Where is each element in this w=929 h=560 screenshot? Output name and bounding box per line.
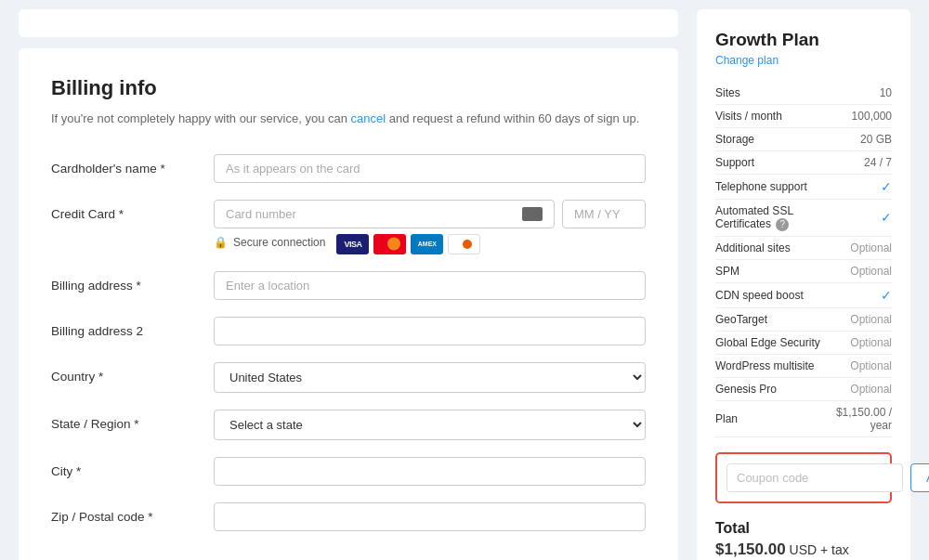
feature-value: 100,000 bbox=[825, 105, 892, 128]
total-section: Total $1,150.00 USD + tax bbox=[715, 520, 892, 559]
feature-value: Optional bbox=[825, 354, 892, 377]
city-row: City * bbox=[51, 457, 646, 486]
cc-number-wrapper[interactable]: Card number bbox=[214, 200, 555, 228]
cardholder-label: Cardholder's name * bbox=[51, 154, 214, 176]
cancel-link[interactable]: cancel bbox=[351, 111, 386, 125]
svg-point-1 bbox=[387, 238, 400, 251]
feature-value: Optional bbox=[825, 236, 892, 259]
change-plan-link[interactable]: Change plan bbox=[715, 54, 892, 67]
apply-button[interactable]: Apply bbox=[910, 463, 929, 492]
coupon-input[interactable] bbox=[726, 463, 903, 492]
feature-row: Sites 10 bbox=[715, 82, 892, 105]
billing-address2-field bbox=[214, 317, 646, 345]
billing-address-row: Billing address * bbox=[51, 271, 646, 300]
billing-address-input[interactable] bbox=[214, 271, 646, 300]
feature-label: Automated SSL Certificates ? bbox=[715, 200, 825, 237]
optional-label: Optional bbox=[850, 359, 892, 372]
billing-address-label: Billing address * bbox=[51, 271, 214, 293]
feature-row: Visits / month 100,000 bbox=[715, 105, 892, 128]
zip-row: Zip / Postal code * bbox=[51, 502, 646, 531]
billing-address2-row: Billing address 2 bbox=[51, 317, 646, 345]
zip-field bbox=[214, 502, 646, 531]
billing-address2-label: Billing address 2 bbox=[51, 317, 214, 338]
feature-label: Global Edge Security bbox=[715, 331, 825, 354]
feature-label: Genesis Pro bbox=[715, 377, 825, 400]
secure-text: Secure connection bbox=[233, 236, 325, 249]
lock-icon: 🔒 bbox=[214, 236, 228, 249]
feature-value: Optional bbox=[825, 377, 892, 400]
feature-label: Plan bbox=[715, 400, 825, 436]
feature-value: Optional bbox=[825, 331, 892, 354]
feature-label: Storage bbox=[715, 128, 825, 151]
coupon-section: Apply bbox=[715, 452, 892, 503]
zip-label: Zip / Postal code * bbox=[51, 502, 214, 524]
feature-value: 20 GB bbox=[825, 128, 892, 151]
zip-input[interactable] bbox=[214, 502, 646, 531]
total-price: $1,150.00 bbox=[715, 540, 786, 558]
feature-value: 24 / 7 bbox=[825, 151, 892, 175]
city-field bbox=[214, 457, 646, 486]
feature-value: Optional bbox=[825, 259, 892, 282]
country-row: Country * United States United Kingdom C… bbox=[51, 362, 646, 393]
page-wrapper: Billing info If you're not completely ha… bbox=[0, 0, 929, 560]
info-icon[interactable]: ? bbox=[776, 218, 789, 231]
state-select[interactable]: Select a state Alabama Alaska Arizona Ca… bbox=[214, 410, 646, 440]
total-amount: $1,150.00 USD + tax bbox=[715, 540, 892, 559]
checkmark-icon: ✓ bbox=[881, 210, 892, 225]
card-logos: VISA AMEX bbox=[336, 234, 480, 254]
state-field: Select a state Alabama Alaska Arizona Ca… bbox=[214, 410, 646, 440]
feature-label: CDN speed boost bbox=[715, 282, 825, 307]
checkmark-icon: ✓ bbox=[881, 288, 892, 303]
city-label: City * bbox=[51, 457, 214, 478]
billing-address-field bbox=[214, 271, 646, 300]
feature-label: Visits / month bbox=[715, 105, 825, 128]
country-select[interactable]: United States United Kingdom Canada Aust… bbox=[214, 362, 646, 393]
billing-card: Billing info If you're not completely ha… bbox=[19, 48, 678, 560]
credit-card-row: Credit Card * Card number 🔒 Secure conne… bbox=[51, 200, 646, 254]
feature-row: Telephone support ✓ bbox=[715, 175, 892, 200]
feature-row: WordPress multisite Optional bbox=[715, 354, 892, 377]
billing-subtitle: If you're not completely happy with our … bbox=[51, 110, 646, 128]
feature-value: 10 bbox=[825, 82, 892, 105]
secure-line: 🔒 Secure connection bbox=[214, 236, 325, 249]
country-field: United States United Kingdom Canada Aust… bbox=[214, 362, 646, 393]
feature-label: GeoTarget bbox=[715, 307, 825, 331]
billing-address2-input[interactable] bbox=[214, 317, 646, 345]
feature-row: Storage 20 GB bbox=[715, 128, 892, 151]
credit-card-inputs: Card number bbox=[214, 200, 646, 228]
feature-row: Genesis Pro Optional bbox=[715, 377, 892, 400]
feature-row: Plan $1,150.00 / year bbox=[715, 400, 892, 436]
feature-row: CDN speed boost ✓ bbox=[715, 282, 892, 307]
top-stub-card bbox=[19, 9, 678, 37]
cardholder-row: Cardholder's name * bbox=[51, 154, 646, 183]
cardholder-input[interactable] bbox=[214, 154, 646, 183]
checkmark-icon: ✓ bbox=[881, 179, 892, 194]
feature-label: Additional sites bbox=[715, 236, 825, 259]
optional-label: Optional bbox=[850, 265, 892, 278]
optional-label: Optional bbox=[850, 336, 892, 349]
optional-label: Optional bbox=[850, 383, 892, 396]
feature-row: Automated SSL Certificates ? ✓ bbox=[715, 200, 892, 237]
feature-value: $1,150.00 / year bbox=[825, 400, 892, 436]
total-tax: + tax bbox=[820, 542, 849, 557]
credit-card-label: Credit Card * bbox=[51, 200, 214, 221]
feature-row: Support 24 / 7 bbox=[715, 151, 892, 175]
plan-card: Growth Plan Change plan Sites 10 Visits … bbox=[697, 9, 910, 560]
city-input[interactable] bbox=[214, 457, 646, 486]
optional-label: Optional bbox=[850, 313, 892, 326]
country-label: Country * bbox=[51, 362, 214, 384]
feature-value: ✓ bbox=[825, 200, 892, 237]
feature-label: Sites bbox=[715, 82, 825, 105]
feature-row: Additional sites Optional bbox=[715, 236, 892, 259]
feature-row: Global Edge Security Optional bbox=[715, 331, 892, 354]
left-column: Billing info If you're not completely ha… bbox=[19, 9, 678, 560]
feature-row: SPM Optional bbox=[715, 259, 892, 282]
feature-value: ✓ bbox=[825, 282, 892, 307]
cc-expiry-input[interactable] bbox=[562, 200, 646, 228]
total-currency: USD bbox=[790, 542, 818, 557]
right-column: Growth Plan Change plan Sites 10 Visits … bbox=[697, 9, 910, 560]
state-row: State / Region * Select a state Alabama … bbox=[51, 410, 646, 440]
amex-logo: AMEX bbox=[411, 234, 443, 254]
cardholder-field bbox=[214, 154, 646, 183]
feature-label: Support bbox=[715, 151, 825, 175]
